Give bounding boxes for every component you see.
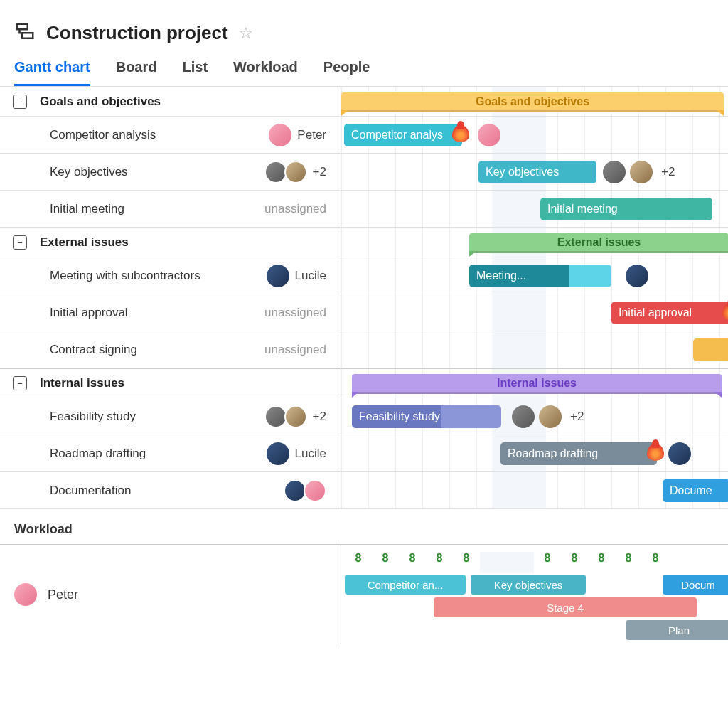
workload-hour: 8 [642,552,669,573]
workload-bar[interactable]: Docum [663,575,728,595]
task-bar[interactable]: Roadmap drafting [500,442,657,465]
project-title: Construction project [46,22,228,44]
workload-bar[interactable]: Plan [626,620,728,640]
avatar [264,161,287,183]
workload-person[interactable]: Peter [0,545,341,644]
tab-people[interactable]: People [323,59,370,86]
unassigned-label[interactable]: unassigned [264,306,326,320]
collapse-button[interactable]: − [13,235,27,250]
avatar [14,583,37,606]
group-title: External issues [40,235,129,250]
star-icon[interactable]: ☆ [239,24,253,43]
collapse-button[interactable]: − [13,95,27,109]
workload-bar[interactable]: Key objectives [471,575,586,595]
assignee[interactable]: Peter [269,124,326,146]
avatar [284,405,307,428]
workload-hour: 8 [426,552,453,573]
group-bar[interactable]: Internal issues [352,374,722,394]
workload-heading: Workload [0,509,728,544]
unassigned-label[interactable]: unassigned [264,343,326,357]
assignee[interactable]: Lucile [267,265,326,287]
assignee[interactable]: Lucile [267,442,326,465]
workload-person-name: Peter [48,587,78,602]
workload-hour: 8 [453,552,480,573]
fire-icon [647,444,664,461]
avatar [603,161,626,183]
avatar [304,479,326,502]
workload-hour [507,552,534,573]
task-bar[interactable]: Docume [663,479,728,502]
task-name[interactable]: Initial meeting [50,202,257,216]
svg-rect-1 [22,33,33,38]
avatar [264,405,287,428]
task-name[interactable]: Initial approval [50,306,257,320]
task-name[interactable]: Feasibility study [50,410,257,424]
tabs: Gantt chartBoardListWorkloadPeople [0,52,728,87]
avatar [630,161,653,183]
avatar [267,265,289,287]
assignee-group[interactable] [284,479,326,502]
task-bar[interactable]: Initial approval [611,302,728,324]
task-bar[interactable]: Initial meeting [540,198,712,220]
workload-hour [480,552,507,573]
task-name[interactable]: Documentation [50,484,277,498]
avatar [267,442,289,465]
workload-hour: 8 [615,552,642,573]
avatar [284,161,307,183]
collapse-button[interactable]: − [13,376,27,390]
workload-hour: 8 [534,552,561,573]
avatar [668,442,691,465]
task-name[interactable]: Key objectives [50,165,257,179]
workload-hour: 8 [588,552,615,573]
group-title: Internal issues [40,376,124,390]
workload-hour: 8 [372,552,399,573]
tab-workload[interactable]: Workload [233,59,298,86]
tab-board[interactable]: Board [116,59,157,86]
project-icon [14,21,36,45]
unassigned-label[interactable]: unassigned [264,202,326,216]
group-title: Goals and objectives [40,95,161,109]
task-name[interactable]: Competitor analysis [50,128,262,142]
tab-gantt[interactable]: Gantt chart [14,59,90,86]
workload-bar[interactable]: Competitor an... [345,575,466,595]
group-bar[interactable]: Goals and objectives [341,92,724,112]
task-name[interactable]: Contract signing [50,343,257,357]
avatar [539,405,562,428]
avatar [478,124,500,146]
avatar [626,265,648,287]
fire-icon [452,125,469,142]
task-name[interactable]: Roadmap drafting [50,447,259,461]
workload-hour: 8 [399,552,426,573]
task-bar[interactable]: Feasibility study [352,405,501,428]
avatar [512,405,535,428]
workload-hour: 8 [345,552,372,573]
task-bar[interactable]: Key objectives [478,161,596,183]
fire-icon [722,303,728,320]
workload-hour: 8 [561,552,588,573]
task-bar[interactable]: Competitor analys [344,124,462,146]
task-bar[interactable]: Meeting... [469,265,611,287]
workload-bar[interactable]: Stage 4 [434,597,697,617]
avatar [269,124,291,146]
tab-list[interactable]: List [182,59,208,86]
task-name[interactable]: Meeting with subcontractors [50,269,259,283]
assignee-group[interactable]: +2 [264,405,326,428]
assignee-group[interactable]: +2 [264,161,326,183]
task-bar[interactable] [693,338,728,361]
svg-rect-0 [17,24,28,30]
group-bar[interactable]: External issues [469,233,728,253]
